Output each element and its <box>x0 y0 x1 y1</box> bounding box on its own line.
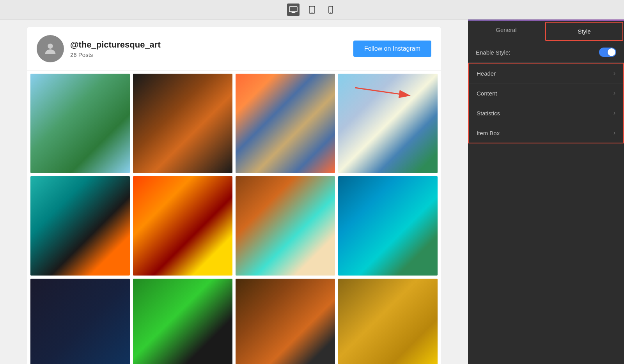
grid-item-5[interactable] <box>30 176 130 276</box>
follow-instagram-button[interactable]: Follow on Instagram <box>353 41 431 57</box>
svg-point-4 <box>312 12 312 13</box>
username-label: @the_picturesque_art <box>70 40 353 50</box>
header-chevron-icon: › <box>613 70 615 77</box>
toggle-knob <box>608 48 615 56</box>
content-section-label: Content <box>477 90 497 97</box>
grid-item-10[interactable] <box>133 279 232 364</box>
content-section-item[interactable]: Content › <box>469 83 623 103</box>
content-chevron-icon: › <box>613 90 615 97</box>
itembox-section-item[interactable]: Item Box › <box>469 123 623 143</box>
svg-point-7 <box>48 44 53 49</box>
statistics-section-label: Statistics <box>477 110 500 117</box>
grid-item-9[interactable] <box>30 279 130 364</box>
panel-tabs: General Style <box>468 21 624 42</box>
grid-item-2[interactable] <box>133 74 232 173</box>
mobile-view-icon[interactable] <box>324 4 337 16</box>
main-layout: @the_picturesque_art 26 Posts Follow on … <box>0 19 624 364</box>
itembox-chevron-icon: › <box>613 129 615 136</box>
header-section-label: Header <box>477 70 496 77</box>
top-bar <box>0 0 624 19</box>
header-section-item[interactable]: Header › <box>469 64 623 83</box>
grid-item-12[interactable] <box>338 279 438 364</box>
instagram-widget: @the_picturesque_art 26 Posts Follow on … <box>27 27 441 364</box>
enable-style-label: Enable Style: <box>476 49 510 56</box>
svg-rect-2 <box>291 12 296 13</box>
grid-item-11[interactable] <box>236 279 335 364</box>
widget-header: @the_picturesque_art 26 Posts Follow on … <box>27 27 441 71</box>
enable-style-row: Enable Style: <box>468 42 624 63</box>
grid-item-1[interactable] <box>30 74 130 173</box>
tab-general[interactable]: General <box>468 21 544 42</box>
svg-rect-0 <box>289 7 297 12</box>
image-grid <box>27 71 441 364</box>
posts-count-label: 26 Posts <box>70 51 353 58</box>
desktop-view-icon[interactable] <box>287 4 300 16</box>
style-sections-container: Header › Content › Statistics › Item Box… <box>468 63 624 143</box>
grid-item-7[interactable] <box>236 176 335 276</box>
avatar <box>37 35 64 62</box>
grid-item-6[interactable] <box>133 176 232 276</box>
tablet-view-icon[interactable] <box>306 4 318 16</box>
right-panel: General Style Enable Style: Header › Con… <box>468 19 624 364</box>
enable-style-toggle[interactable] <box>599 48 616 57</box>
content-area-wrapper: @the_picturesque_art 26 Posts Follow on … <box>0 19 468 364</box>
grid-item-4[interactable] <box>338 74 438 173</box>
grid-item-8[interactable] <box>338 176 438 276</box>
statistics-section-item[interactable]: Statistics › <box>469 103 623 123</box>
statistics-chevron-icon: › <box>613 110 615 117</box>
svg-point-6 <box>330 12 331 13</box>
grid-item-3[interactable] <box>236 74 335 173</box>
tab-style[interactable]: Style <box>545 22 623 41</box>
user-info: @the_picturesque_art 26 Posts <box>70 40 353 58</box>
content-area: @the_picturesque_art 26 Posts Follow on … <box>0 19 468 364</box>
itembox-section-label: Item Box <box>477 130 500 136</box>
